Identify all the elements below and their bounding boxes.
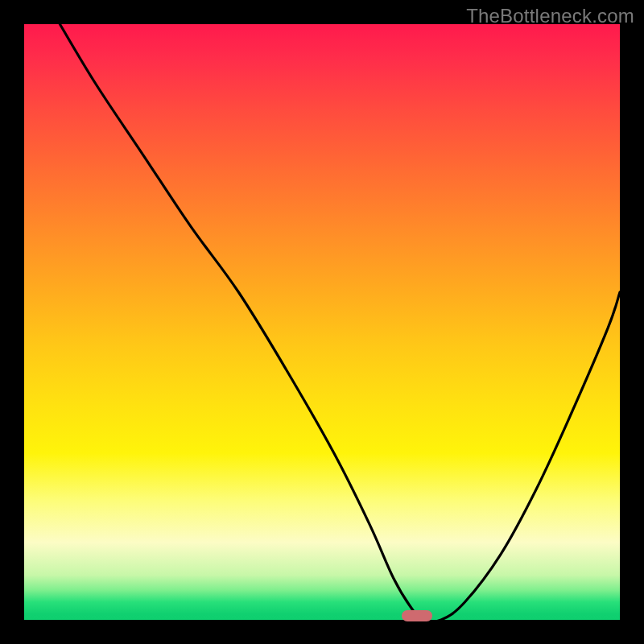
optimum-marker bbox=[402, 610, 432, 621]
chart-frame: TheBottleneck.com bbox=[0, 0, 644, 644]
watermark-text: TheBottleneck.com bbox=[466, 5, 634, 27]
bottleneck-curve-path bbox=[60, 24, 620, 622]
curve-svg bbox=[24, 24, 620, 620]
plot-area bbox=[24, 24, 620, 620]
